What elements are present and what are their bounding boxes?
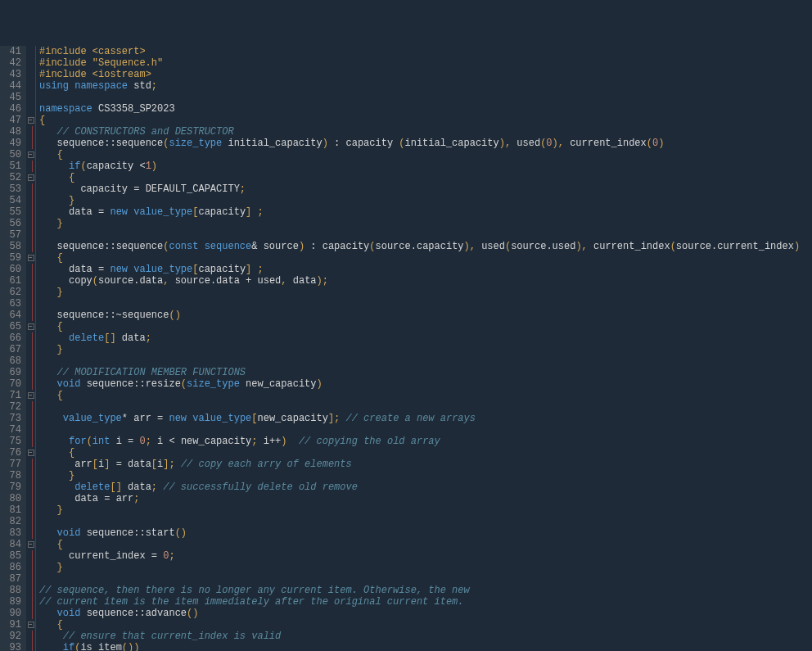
line-number: 61 (3, 275, 21, 287)
fold-marker (26, 401, 35, 413)
code-line[interactable]: } (39, 504, 800, 516)
code-area[interactable]: #include <cassert>#include "Sequence.h"#… (36, 46, 800, 651)
code-line[interactable]: data = new value_type[capacity] ; (39, 206, 800, 218)
code-line[interactable]: { (39, 390, 800, 401)
code-line[interactable]: } (39, 218, 800, 229)
fold-toggle-icon[interactable]: − (28, 323, 34, 330)
line-number: 48 (3, 126, 21, 138)
code-line[interactable]: current_index = 0; (39, 550, 800, 562)
line-number: 86 (3, 562, 21, 573)
fold-marker (26, 585, 35, 596)
code-line[interactable]: #include <iostream> (39, 69, 800, 80)
line-number: 84 (3, 539, 21, 550)
fold-marker (26, 206, 35, 218)
code-line[interactable]: { (39, 172, 800, 183)
code-line[interactable]: // ensure that current_index is valid (39, 631, 800, 642)
line-number: 73 (3, 413, 21, 424)
code-line[interactable]: copy(source.data, source.data + used, da… (39, 275, 800, 287)
fold-toggle-icon[interactable]: − (28, 174, 34, 181)
fold-marker[interactable]: − (26, 539, 35, 550)
code-line[interactable] (39, 355, 800, 367)
code-line[interactable]: for(int i = 0; i < new_capacity; i++) //… (39, 436, 800, 447)
fold-toggle-icon[interactable]: − (28, 541, 34, 548)
code-line[interactable]: void sequence::advance() (39, 608, 800, 619)
fold-toggle-icon[interactable]: − (28, 151, 34, 158)
line-number: 53 (3, 183, 21, 195)
fold-marker[interactable]: − (26, 115, 35, 126)
code-line[interactable]: if(capacity <1) (39, 160, 800, 172)
fold-toggle-icon[interactable]: − (28, 255, 34, 261)
code-line[interactable]: { (39, 321, 800, 332)
code-line[interactable]: { (39, 539, 800, 550)
code-line[interactable]: } (39, 344, 800, 355)
code-line[interactable]: sequence::sequence(size_type initial_cap… (39, 138, 800, 149)
code-line[interactable] (39, 424, 800, 436)
code-line[interactable] (39, 92, 800, 103)
fold-marker[interactable]: − (26, 447, 35, 459)
code-line[interactable]: // sequence, then there is no longer any… (39, 585, 800, 596)
code-line[interactable]: void sequence::start() (39, 527, 800, 539)
line-number: 76 (3, 447, 21, 459)
fold-marker[interactable]: − (26, 619, 35, 631)
code-line[interactable] (39, 573, 800, 585)
code-line[interactable]: value_type* arr = new value_type[new_cap… (39, 413, 800, 424)
fold-toggle-icon[interactable]: − (28, 622, 34, 628)
code-line[interactable]: sequence::sequence(const sequence& sourc… (39, 241, 800, 252)
code-line[interactable]: data = arr; (39, 493, 800, 504)
code-line[interactable]: } (39, 287, 800, 298)
code-editor[interactable]: 4142434445464748495051525354555657585960… (0, 46, 812, 651)
code-line[interactable]: // CONSTRUCTORS and DESTRUCTOR (39, 126, 800, 138)
code-line[interactable]: { (39, 619, 800, 631)
fold-column[interactable]: −−−−−−−−− (26, 46, 36, 651)
code-line[interactable]: delete[] data; (39, 332, 800, 344)
code-line[interactable]: void sequence::resize(size_type new_capa… (39, 378, 800, 390)
line-number: 43 (3, 69, 21, 80)
fold-marker[interactable]: − (26, 252, 35, 264)
code-line[interactable] (39, 229, 800, 241)
fold-marker (26, 378, 35, 390)
fold-toggle-icon[interactable]: − (28, 117, 34, 124)
line-number: 58 (3, 241, 21, 252)
fold-marker (26, 241, 35, 252)
fold-marker (26, 344, 35, 355)
fold-marker[interactable]: − (26, 321, 35, 332)
code-line[interactable]: { (39, 447, 800, 459)
fold-marker (26, 160, 35, 172)
code-line[interactable]: capacity = DEFAULT_CAPACITY; (39, 183, 800, 195)
code-line[interactable]: { (39, 115, 800, 126)
fold-marker (26, 46, 35, 57)
code-line[interactable]: if(is_item()) (39, 642, 800, 651)
code-line[interactable]: using namespace std; (39, 80, 800, 92)
fold-marker[interactable]: − (26, 149, 35, 160)
code-line[interactable]: data = new value_type[capacity] ; (39, 264, 800, 275)
fold-marker[interactable]: − (26, 390, 35, 401)
fold-marker (26, 57, 35, 69)
code-line[interactable]: } (39, 195, 800, 206)
code-line[interactable] (39, 516, 800, 527)
fold-marker (26, 413, 35, 424)
fold-toggle-icon[interactable]: − (28, 392, 34, 399)
fold-marker (26, 516, 35, 527)
code-line[interactable]: } (39, 562, 800, 573)
code-line[interactable]: { (39, 149, 800, 160)
fold-marker[interactable]: − (26, 172, 35, 183)
fold-marker (26, 92, 35, 103)
code-line[interactable]: } (39, 470, 800, 481)
line-number: 91 (3, 619, 21, 631)
fold-marker (26, 470, 35, 481)
line-number: 72 (3, 401, 21, 413)
code-line[interactable]: sequence::~sequence() (39, 310, 800, 321)
code-line[interactable]: { (39, 252, 800, 264)
code-line[interactable] (39, 401, 800, 413)
code-line[interactable]: #include "Sequence.h" (39, 57, 800, 69)
fold-toggle-icon[interactable]: − (28, 450, 34, 456)
fold-marker (26, 80, 35, 92)
code-line[interactable]: #include <cassert> (39, 46, 800, 57)
code-line[interactable]: // MODIFICATION MEMBER FUNCTIONS (39, 367, 800, 378)
code-line[interactable]: arr[i] = data[i]; // copy each arry of e… (39, 459, 800, 470)
line-number: 56 (3, 218, 21, 229)
code-line[interactable]: // current item is the item immediately … (39, 596, 800, 608)
code-line[interactable]: namespace CS3358_SP2023 (39, 103, 800, 115)
code-line[interactable]: delete[] data; // successfully delete ol… (39, 481, 800, 493)
code-line[interactable] (39, 298, 800, 310)
